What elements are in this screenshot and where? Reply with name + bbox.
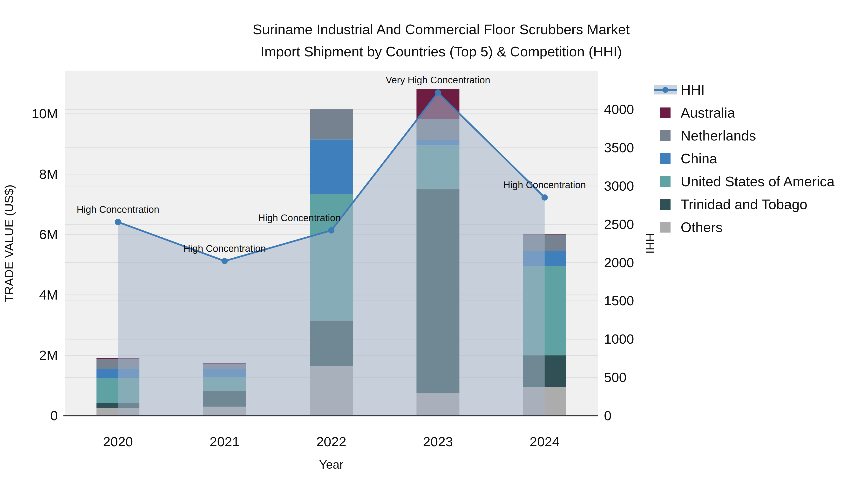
annotation-2023: Very High Concentration [386, 75, 490, 85]
y-left-tick: 0 [51, 408, 58, 423]
legend-swatch [660, 199, 671, 210]
legend-swatch [660, 176, 671, 187]
legend-item-others[interactable]: Others [660, 219, 723, 235]
y-right-tick: 0 [604, 408, 612, 423]
hhi-point [541, 194, 548, 200]
legend-item-hhi[interactable]: HHI [654, 82, 705, 98]
legend: HHIAustraliaNetherlandsChinaUnited State… [654, 82, 835, 235]
x-axis-ticks: 20202021202220232024 [103, 434, 560, 449]
legend-swatch [660, 130, 671, 141]
y-left-tick: 8M [39, 166, 58, 182]
hhi-point [222, 258, 228, 264]
y-left-tick: 4M [39, 287, 58, 302]
y-right-tick: 4000 [604, 102, 634, 117]
y-right-tick: 1000 [604, 331, 634, 347]
right-axis-ticks: 05001000150020002500300035004000 [604, 102, 634, 423]
y-right-tick: 3500 [604, 140, 634, 155]
y-right-tick: 1500 [604, 293, 634, 308]
x-axis-title: Year [319, 458, 343, 471]
legend-label: Others [681, 219, 723, 235]
hhi-point [435, 89, 441, 96]
legend-item-netherlands[interactable]: Netherlands [660, 128, 756, 143]
x-tick-2023: 2023 [423, 434, 453, 449]
hhi-legend-marker [662, 87, 668, 93]
legend-label: China [681, 151, 717, 166]
legend-item-trinidad-and-tobago[interactable]: Trinidad and Tobago [660, 196, 807, 212]
y-right-tick: 2500 [604, 217, 634, 232]
x-tick-2021: 2021 [210, 434, 240, 449]
y-left-axis-title: TRADE VALUE (US$) [2, 185, 16, 302]
chart-title-line2: Import Shipment by Countries (Top 5) & C… [261, 44, 622, 59]
legend-item-china[interactable]: China [660, 151, 717, 166]
legend-swatch [660, 222, 671, 233]
annotation-2024: High Concentration [503, 180, 586, 190]
annotation-2020: High Concentration [77, 204, 159, 215]
y-right-axis-title: HHI [643, 233, 656, 254]
annotation-2021: High Concentration [183, 243, 266, 254]
x-tick-2020: 2020 [103, 434, 133, 449]
y-left-tick: 10M [32, 106, 58, 121]
hhi-point [115, 219, 121, 225]
annotation-2022: High Concentration [258, 213, 341, 223]
legend-label: United States of America [681, 173, 835, 189]
legend-label: Australia [681, 105, 735, 121]
left-axis-ticks: 02M4M6M8M10M [32, 106, 58, 423]
y-left-tick: 2M [39, 348, 58, 363]
bar-segment-2022 [310, 109, 353, 139]
legend-swatch [660, 107, 671, 118]
hhi-point [328, 227, 334, 233]
legend-item-united-states-of-america[interactable]: United States of America [660, 173, 835, 189]
y-left-tick: 6M [39, 227, 58, 242]
legend-swatch [660, 153, 671, 164]
legend-label: HHI [681, 82, 705, 98]
legend-item-australia[interactable]: Australia [660, 105, 735, 121]
legend-label: Netherlands [681, 128, 756, 143]
x-tick-2022: 2022 [316, 434, 346, 449]
chart-title-line1: Suriname Industrial And Commercial Floor… [253, 22, 629, 37]
legend-label: Trinidad and Tobago [681, 196, 807, 212]
chart-canvas: High ConcentrationHigh ConcentrationHigh… [0, 0, 868, 488]
x-tick-2024: 2024 [530, 434, 560, 449]
bar-segment-2022 [310, 139, 353, 194]
y-right-tick: 3000 [604, 178, 634, 194]
y-right-tick: 2000 [604, 255, 634, 270]
y-right-tick: 500 [604, 370, 626, 385]
